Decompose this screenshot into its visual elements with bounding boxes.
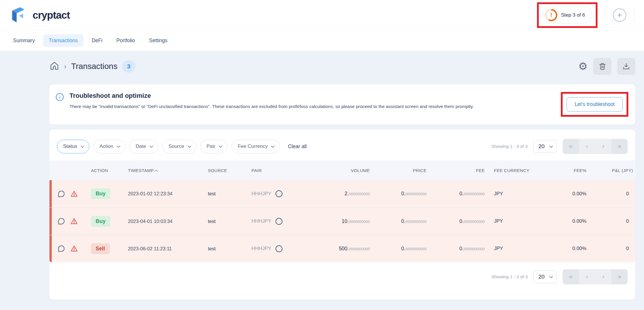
last-page-button[interactable]: » [611,269,628,284]
col-pair[interactable]: PAIR [251,160,320,180]
clear-all-button[interactable]: Clear all [288,144,306,150]
download-icon [622,62,630,70]
filter-fee-currency[interactable]: Fee Currency [231,140,280,153]
action-badge: Buy [91,188,110,199]
fee-pct-cell: 0.00% [541,208,589,235]
download-button[interactable] [617,58,635,75]
step-progress-ring-icon: ! [545,9,557,21]
prev-page-button[interactable]: ‹ [579,269,595,284]
filter-date[interactable]: Date [129,140,158,153]
col-action[interactable]: ACTION [91,160,128,180]
cryptact-logo[interactable]: cryptact [10,6,70,24]
page-title: Transactions [71,62,117,71]
source-cell: test [208,235,251,262]
first-page-button[interactable]: « [563,269,579,284]
comment-icon[interactable] [58,217,65,225]
bottom-pagination: Showing 1 - 3 of 3 20 « ‹ › » [49,262,635,291]
chevron-down-icon [188,144,192,148]
volume-cell: 10.0000000000 [320,208,372,235]
table-row[interactable]: Buy 2023-01-02 12:23:34 test HHHJPY 2.00… [49,180,635,208]
page-size-select[interactable]: 20 [534,140,557,153]
fee-cell: 0.0000000000 [429,208,487,235]
tab-transactions[interactable]: Transactions [43,34,83,47]
home-icon[interactable] [49,61,59,72]
tab-summary[interactable]: Summary [8,34,40,47]
annotation-box-step: ! Step 3 of 6 [537,2,597,28]
page-size-select[interactable]: 20 [534,270,557,283]
col-icons [49,160,91,180]
cryptact-logo-icon [10,6,28,24]
filter-pair[interactable]: Pair [200,140,227,153]
chevron-down-icon [549,274,553,278]
col-timestamp[interactable]: TIMESTAMP [128,160,208,180]
header-divider [634,8,634,22]
chevron-down-icon [117,144,121,148]
chevron-down-icon [219,144,223,148]
header-divider [605,8,605,22]
warning-icon[interactable] [70,245,78,252]
breadcrumb: › Transactions 3 ⚙ [49,57,635,76]
invalid-row-bar [49,180,52,208]
col-fee-currency[interactable]: FEE CURRENCY [487,160,541,180]
coin-icon [275,218,283,225]
pnl-cell: 0 [589,208,635,235]
source-cell: test [208,208,251,235]
warning-icon[interactable] [70,217,78,225]
plus-icon: + [617,11,622,19]
table-row[interactable]: Sell 2023-06-02 11:23:11 test HHHJPY 500… [49,235,635,262]
transaction-count-badge: 3 [122,60,135,72]
troubleshoot-banner: i Troubleshoot and optimize There may be… [49,84,635,124]
table-row[interactable]: Buy 2023-04-01 10:03:34 test HHHJPY 10.0… [49,208,635,235]
showing-range-label: Showing 1 - 3 of 3 [491,144,528,149]
last-page-button[interactable]: » [611,139,628,154]
invalid-row-bar [49,208,52,235]
col-source[interactable]: SOURCE [208,160,251,180]
coin-icon [275,245,283,252]
filter-bar: Status Action Date Source Pair Fee Curre… [49,130,635,160]
table-header-row: ACTION TIMESTAMP SOURCE PAIR VOLUME PRIC… [49,160,635,180]
col-fee[interactable]: FEE [429,160,487,180]
pair-label: HHHJPY [251,246,271,251]
settings-gear-button[interactable]: ⚙ [578,61,588,72]
comment-icon[interactable] [58,245,65,252]
next-page-button[interactable]: › [595,139,611,154]
delete-button[interactable] [593,58,611,75]
prev-page-button[interactable]: ‹ [579,139,595,154]
breadcrumb-separator: › [64,62,67,71]
add-button[interactable]: + [613,8,626,22]
next-page-button[interactable]: › [595,269,611,284]
fee-pct-cell: 0.00% [541,235,589,262]
chevron-down-icon [81,144,84,148]
fee-currency-cell: JPY [487,208,541,235]
pagination-controls: « ‹ › » [563,269,628,284]
annotation-box-troubleshoot: Let's troubleshoot [561,92,628,117]
filter-action[interactable]: Action [93,140,125,153]
chevron-down-icon [549,144,553,148]
tab-portfolio[interactable]: Portfolio [111,34,140,47]
pair-label: HHHJPY [251,218,271,224]
pair-label: HHHJPY [251,191,271,197]
filter-status[interactable]: Status [57,140,89,153]
pnl-cell: 0 [589,180,635,208]
tab-defi[interactable]: DeFi [86,34,108,47]
coin-icon [275,190,283,197]
lets-troubleshoot-button[interactable]: Let's troubleshoot [567,97,622,111]
chevron-down-icon [271,144,275,148]
filter-source[interactable]: Source [162,140,196,153]
warning-icon[interactable] [70,190,78,198]
col-pnl[interactable]: P&L (JPY) [589,160,635,180]
fee-cell: 0.0000000000 [429,235,487,262]
comment-icon[interactable] [58,190,65,198]
sort-asc-icon [154,170,158,173]
fee-pct-cell: 0.00% [541,180,589,208]
fee-currency-cell: JPY [487,235,541,262]
col-fee-pct[interactable]: FEE% [541,160,589,180]
first-page-button[interactable]: « [563,139,579,154]
tab-settings[interactable]: Settings [144,34,173,47]
step-indicator[interactable]: ! Step 3 of 6 [542,7,592,24]
col-price[interactable]: PRICE [372,160,429,180]
col-volume[interactable]: VOLUME [320,160,372,180]
source-cell: test [208,180,251,208]
action-badge: Buy [91,216,110,227]
transactions-card: Status Action Date Source Pair Fee Curre… [49,130,635,300]
